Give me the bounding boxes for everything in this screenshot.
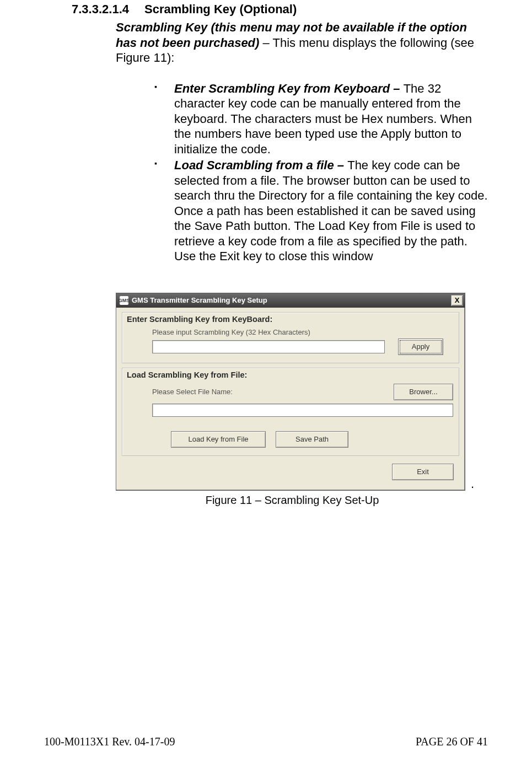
close-icon: X bbox=[455, 296, 460, 304]
figure-wrapper: GMS GMS Transmitter Scrambling Key Setup… bbox=[116, 293, 469, 507]
hint-label: Please Select File Name: bbox=[152, 388, 394, 396]
dialog-window: GMS GMS Transmitter Scrambling Key Setup… bbox=[116, 293, 465, 491]
save-path-button[interactable]: Save Path bbox=[276, 431, 348, 448]
apply-label: Apply bbox=[412, 342, 430, 351]
title-bar[interactable]: GMS GMS Transmitter Scrambling Key Setup… bbox=[116, 293, 465, 308]
app-icon: GMS bbox=[120, 296, 128, 305]
group-load-file: Load Scrambling Key from File: Please Se… bbox=[122, 368, 459, 456]
scrambling-key-input[interactable] bbox=[152, 340, 385, 353]
figure-caption: Figure 11 – Scrambling Key Set-Up bbox=[116, 494, 469, 507]
bullet-text: The key code can be selected from a file… bbox=[174, 158, 488, 263]
browse-label: Brower... bbox=[409, 388, 437, 396]
group-legend: Load Scrambling Key from File: bbox=[127, 370, 453, 379]
window-title: GMS Transmitter Scrambling Key Setup bbox=[132, 296, 451, 304]
load-key-label: Load Key from File bbox=[188, 435, 248, 443]
list-item: Enter Scrambling Key from Keyboard – The… bbox=[154, 81, 488, 157]
trailing-period: . bbox=[471, 477, 474, 491]
bullet-lead: Load Scrambling from a file – bbox=[174, 158, 347, 172]
bullet-list: Enter Scrambling Key from Keyboard – The… bbox=[154, 81, 488, 264]
group-enter-key: Enter Scrambling Key from KeyBoard: Plea… bbox=[122, 312, 459, 363]
apply-button[interactable]: Apply bbox=[398, 339, 443, 355]
file-path-input[interactable] bbox=[152, 404, 453, 417]
exit-button[interactable]: Exit bbox=[392, 464, 454, 480]
browse-button[interactable]: Brower... bbox=[394, 384, 453, 400]
hint-label: Please input Scrambling Key (32 Hex Char… bbox=[152, 328, 453, 336]
footer-left: 100-M0113X1 Rev. 04-17-09 bbox=[44, 735, 175, 748]
close-button[interactable]: X bbox=[451, 295, 463, 306]
bullet-lead: Enter Scrambling Key from Keyboard – bbox=[174, 82, 404, 95]
section-title: Scrambling Key (Optional) bbox=[144, 2, 297, 16]
group-legend: Enter Scrambling Key from KeyBoard: bbox=[127, 315, 453, 324]
page-footer: 100-M0113X1 Rev. 04-17-09 PAGE 26 OF 41 bbox=[44, 735, 488, 748]
intro-paragraph: Scrambling Key (this menu may not be ava… bbox=[116, 20, 488, 66]
load-key-button[interactable]: Load Key from File bbox=[171, 431, 266, 448]
section-number: 7.3.3.2.1.4 bbox=[72, 2, 129, 17]
exit-label: Exit bbox=[417, 468, 429, 476]
save-path-label: Save Path bbox=[295, 435, 329, 443]
footer-right: PAGE 26 OF 41 bbox=[416, 735, 488, 748]
section-heading: 7.3.3.2.1.4Scrambling Key (Optional) bbox=[72, 2, 488, 17]
list-item: Load Scrambling from a file – The key co… bbox=[154, 158, 488, 264]
